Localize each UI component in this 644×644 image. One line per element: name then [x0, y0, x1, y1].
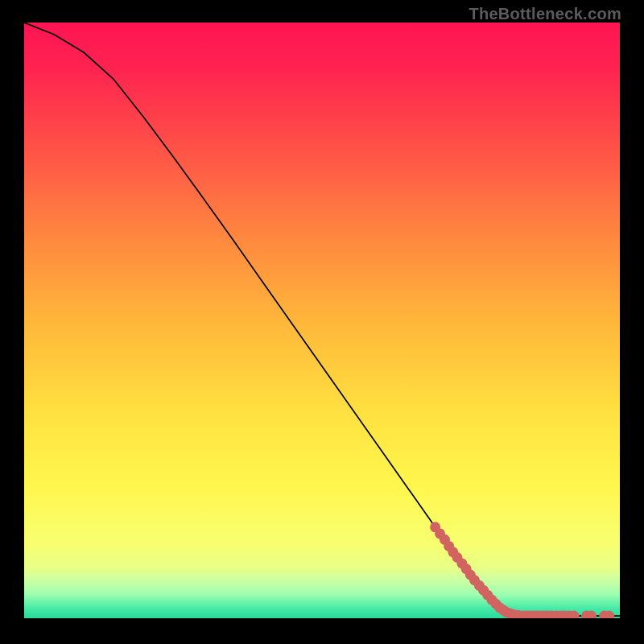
chart-plot-area [24, 23, 620, 618]
chart-background [24, 23, 620, 618]
watermark-text: TheBottleneck.com [469, 5, 621, 23]
chart-svg [24, 23, 620, 618]
